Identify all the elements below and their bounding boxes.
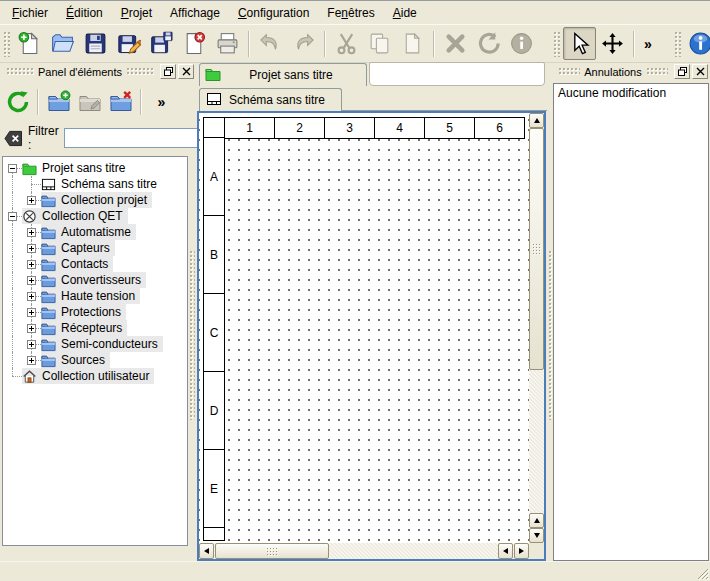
cut-button[interactable] [330,27,363,60]
paste-button[interactable] [396,27,429,60]
element-info-button[interactable] [505,27,538,60]
expand-icon[interactable] [27,292,36,301]
save-all-button[interactable] [145,27,178,60]
tree-item-label: Automatisme [59,224,133,240]
undo-button[interactable] [254,27,287,60]
toolbar-handle[interactable] [3,31,10,57]
tree-item-label: Protections [59,304,123,320]
scroll-up-button-2[interactable] [529,513,544,528]
scroll-left-button-2[interactable] [498,543,513,559]
close-dock-button[interactable] [692,64,708,79]
rotate-button[interactable] [472,27,505,60]
delete-button[interactable] [439,27,472,60]
tree-item-semi-conducteurs[interactable]: Semi-conducteurs [3,336,187,352]
undo-history-item[interactable]: Aucune modification [554,84,708,102]
close-dock-button[interactable] [178,64,194,79]
undo-dock-title: Annulations [584,66,642,78]
menu-aide[interactable]: Aide [384,2,426,24]
dock-texture [558,67,580,76]
move-tool-button[interactable] [596,27,629,60]
float-dock-button[interactable] [160,64,176,79]
tree-guide [12,304,13,320]
menu-projet[interactable]: Projet [112,2,161,24]
collapse-icon[interactable] [8,164,17,173]
folder-blue-icon [41,241,56,256]
expand-icon[interactable] [27,244,36,253]
tree-item-contacts[interactable]: Contacts [3,256,187,272]
tree-item-projet-sans-titre[interactable]: Projet sans titre [3,160,187,176]
float-dock-button[interactable] [674,64,690,79]
new-category-button[interactable] [43,87,74,118]
new-document-button[interactable] [13,27,46,60]
tree-item-convertisseurs[interactable]: Convertisseurs [3,272,187,288]
save-as-button[interactable] [112,27,145,60]
menu-configuration[interactable]: Configuration [229,2,318,24]
menu-affichage[interactable]: Affichage [161,2,229,24]
scroll-right-button[interactable] [514,543,529,559]
expand-icon[interactable] [27,340,36,349]
left-splitter[interactable] [189,250,195,420]
expand-icon[interactable] [27,356,36,365]
vertical-scrollbar-thumb[interactable] [529,128,544,370]
expand-icon[interactable] [27,196,36,205]
menu-edition[interactable]: Édition [57,2,112,24]
tree-item-protections[interactable]: Protections [3,304,187,320]
undo-history-list[interactable]: Aucune modification [553,83,709,561]
tools-overflow-button[interactable]: » [639,27,657,60]
tree-item-automatisme[interactable]: Automatisme [3,224,187,240]
expand-icon[interactable] [27,308,36,317]
copy-button[interactable] [363,27,396,60]
expand-icon[interactable] [27,324,36,333]
expand-icon[interactable] [27,228,36,237]
open-document-button[interactable] [46,27,79,60]
filter-label: Filtrer : [28,124,59,152]
home-icon [22,369,37,384]
print-button[interactable] [211,27,244,60]
close-file-button[interactable] [178,27,211,60]
tree-item-collection-projet[interactable]: Collection projet [3,192,187,208]
info-gray-icon [509,31,534,56]
clear-filter-button[interactable] [4,128,23,148]
tree-item-collection-utilisateur[interactable]: Collection utilisateur [3,368,187,384]
panel-overflow-button[interactable]: » [146,87,177,118]
tree-item-schema-sans-titre[interactable]: Schéma sans titre [3,176,187,192]
horizontal-scrollbar-thumb[interactable] [215,543,329,559]
toolbar-group: » [2,83,181,121]
save-button[interactable] [79,27,112,60]
expand-icon[interactable] [27,260,36,269]
tree-guide [12,192,13,208]
schema-view: 123456 ABCDE [197,111,546,561]
tab-projet-sans-titre[interactable]: Projet sans titre [199,63,367,86]
tree-item-label-wrap: Schéma sans titre [41,176,162,192]
tree-item-collection-qet[interactable]: Collection QET [3,208,187,224]
toolbar-handle[interactable] [553,31,560,57]
collapse-icon[interactable] [8,212,17,221]
delete-category-button[interactable] [105,87,136,118]
horizontal-scrollbar[interactable] [199,543,529,559]
tab-schema-sans-titre[interactable]: Schéma sans titre [199,88,342,111]
elements-panel-dock: Panel d'éléments » Filtrer : Projet sans… [0,62,196,562]
folder-blue-icon [41,289,56,304]
redo-button[interactable] [287,27,320,60]
vertical-scrollbar[interactable] [529,113,544,543]
folder-new-icon [47,90,71,114]
folder-edit-icon [78,90,102,114]
menu-fenetres[interactable]: Fenêtres [318,2,383,24]
scroll-left-button[interactable] [199,543,214,559]
tree-item-sources[interactable]: Sources [3,352,187,368]
about-button[interactable] [684,27,710,60]
resize-grip-icon[interactable] [696,567,709,580]
reload-collections-button[interactable] [2,87,33,118]
tree-item-recepteurs[interactable]: Récepteurs [3,320,187,336]
toolbar-handle[interactable] [674,31,681,57]
tree-item-capteurs[interactable]: Capteurs [3,240,187,256]
scroll-up-button[interactable] [529,113,544,128]
tree-item-haute-tension[interactable]: Haute tension [3,288,187,304]
tree-item-label: Semi-conducteurs [59,336,160,352]
select-tool-button[interactable] [563,27,596,60]
menu-fichier[interactable]: Fichier [3,2,57,24]
schema-canvas[interactable]: 123456 ABCDE [199,113,529,543]
expand-icon[interactable] [27,276,36,285]
scroll-down-button[interactable] [529,528,544,543]
edit-category-button[interactable] [74,87,105,118]
